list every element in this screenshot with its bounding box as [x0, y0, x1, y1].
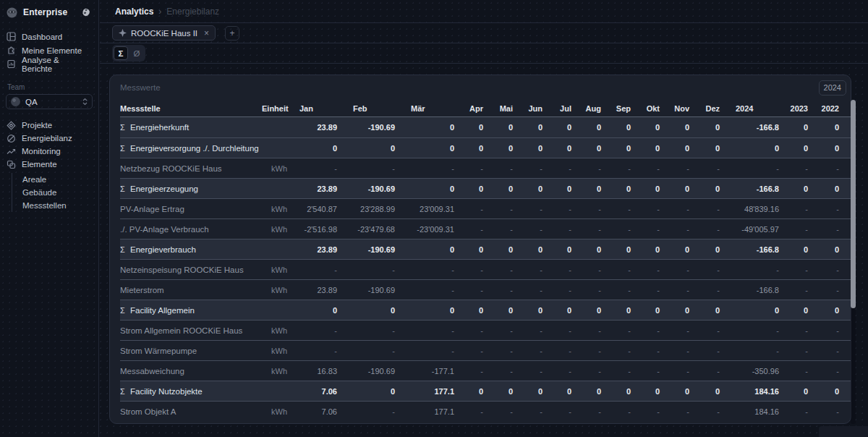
- row-label: Messabweichung: [120, 367, 262, 376]
- row-label: ΣEnergieverbrauch: [120, 245, 262, 254]
- table-row[interactable]: ./. PV-Anlage VerbrauchkWh-2'516.98-23'4…: [120, 218, 851, 239]
- tab-roockie-haus-ii[interactable]: ROOCKiE Haus II ×: [112, 25, 216, 41]
- cell-value: -: [456, 266, 485, 274]
- cell-value: 0: [632, 245, 661, 254]
- cell-value: 0: [603, 306, 632, 315]
- cell-value: -: [809, 367, 841, 376]
- horizontal-scrollbar-thumb[interactable]: [819, 426, 868, 437]
- sidebar-item-gebaeude[interactable]: Gebäude: [22, 186, 98, 199]
- cell-value: -: [485, 407, 514, 416]
- cell-value: 0: [339, 387, 396, 396]
- cell-value: 23'288.99: [339, 205, 396, 213]
- cell-value: -: [780, 407, 809, 416]
- cell-value: 0: [297, 144, 339, 153]
- vertical-scrollbar-thumb[interactable]: [851, 100, 856, 308]
- table-row[interactable]: ΣEnergieversorgung ./. Durchleitung00000…: [120, 137, 851, 158]
- cell-value: 0: [456, 123, 485, 132]
- team-select[interactable]: QA: [6, 94, 93, 109]
- table-row[interactable]: ΣFacility Allgemein000000000000000: [120, 300, 851, 320]
- row-unit: kWh: [262, 367, 297, 376]
- brand-name: Enterprise: [23, 7, 67, 17]
- cell-value: 0: [780, 123, 809, 132]
- cell-value: 0: [396, 144, 456, 153]
- table-row[interactable]: Strom WärmepumpekWh---------------: [120, 340, 851, 360]
- cell-value: -: [485, 205, 514, 213]
- cell-value: 0: [396, 123, 456, 132]
- sidebar-item-monitoring[interactable]: Monitoring: [0, 145, 98, 158]
- average-toggle-button[interactable]: Ø: [129, 46, 144, 60]
- sidebar-item-messstellen[interactable]: Messstellen: [22, 199, 98, 212]
- cell-value: -: [485, 286, 514, 294]
- column-header-jun: Jun: [514, 104, 544, 113]
- sum-toggle-button[interactable]: Σ: [114, 46, 128, 60]
- close-icon[interactable]: ×: [204, 28, 209, 38]
- cell-value: -: [339, 326, 396, 335]
- cell-value: 0: [339, 306, 396, 315]
- table-row[interactable]: ΣFacility Nutzobjekte7.060177.1000000000…: [120, 381, 851, 401]
- table-row[interactable]: ΣEnergieerzeugung23.89-190.690000000000-…: [120, 178, 851, 198]
- cell-value: -: [514, 326, 544, 335]
- enterprise-logo-icon: [7, 7, 17, 18]
- column-header-2023: 2023: [780, 104, 809, 113]
- row-label: PV-Anlage Ertrag: [120, 205, 262, 213]
- cell-value: -: [339, 164, 396, 173]
- main-area: Analytics › Energiebilanz ROOCKiE Haus I…: [100, 0, 868, 437]
- table-row[interactable]: Strom Objekt AkWh7.06-177.1---------184.…: [120, 401, 851, 421]
- cell-value: -: [661, 286, 691, 294]
- table-row[interactable]: Netzbezug ROOCKiE HauskWh---------------: [120, 158, 851, 178]
- vertical-scrollbar-track[interactable]: [851, 100, 856, 424]
- cell-value: -: [339, 407, 396, 416]
- table-row[interactable]: ΣEnergieherkunft23.89-190.690000000000-1…: [120, 117, 851, 137]
- table-row[interactable]: MieterstromkWh23.89-190.69-----------166…: [120, 279, 851, 300]
- cell-value: -: [297, 164, 339, 173]
- breadcrumb-analytics[interactable]: Analytics: [115, 7, 153, 17]
- cell-value: -: [780, 326, 809, 335]
- brand: Enterprise: [0, 6, 98, 19]
- cell-value: -: [691, 347, 721, 355]
- cell-value: -: [573, 407, 603, 416]
- cell-value: -: [573, 205, 603, 213]
- cell-value: -: [661, 367, 691, 376]
- table-row[interactable]: PV-Anlage ErtragkWh2'540.8723'288.9923'0…: [120, 198, 851, 218]
- cell-value: 0: [396, 245, 456, 254]
- sidebar-item-areale[interactable]: Areale: [22, 173, 98, 186]
- sigma-icon: Σ: [120, 245, 130, 254]
- cell-value: -: [456, 286, 485, 294]
- cell-value: -: [297, 347, 339, 355]
- sidebar-item-dashboard[interactable]: Dashboard: [0, 30, 98, 43]
- cell-value: 0: [780, 245, 809, 254]
- cell-value: 0: [573, 387, 603, 396]
- table-row[interactable]: ΣEnergieverbrauch23.89-190.690000000000-…: [120, 239, 851, 259]
- table-row[interactable]: Netzeinspeisung ROOCKiE HauskWh---------…: [120, 259, 851, 279]
- puzzle-icon: [7, 46, 16, 55]
- cell-value: 0: [780, 184, 809, 193]
- cell-value: -: [456, 205, 485, 213]
- cell-value: 0: [485, 387, 514, 396]
- sidebar-item-energiebilanz[interactable]: Energiebilanz: [0, 132, 98, 145]
- sidebar-item-label: Projekte: [22, 121, 52, 130]
- sidebar-item-projekte[interactable]: Projekte: [0, 119, 98, 132]
- cell-value: -2'516.98: [297, 225, 339, 234]
- cell-value: -: [661, 326, 691, 335]
- hand-sticker-icon[interactable]: [80, 7, 92, 18]
- sidebar-item-elemente[interactable]: Elemente: [0, 158, 98, 171]
- year-button[interactable]: 2024: [819, 80, 846, 96]
- cell-value: -: [721, 266, 780, 274]
- row-label: Netzeinspeisung ROOCKiE Haus: [120, 266, 262, 274]
- cell-value: 0: [456, 144, 485, 153]
- cell-value: 0: [514, 387, 544, 396]
- sigma-icon: Σ: [120, 144, 130, 153]
- cell-value: 0: [514, 123, 544, 132]
- cell-value: -: [456, 407, 485, 416]
- cell-value: -: [603, 205, 632, 213]
- cell-value: -: [809, 266, 841, 274]
- cell-value: 0: [721, 144, 780, 153]
- table-row[interactable]: Strom Allgemein ROOCKiE HauskWh---------…: [120, 320, 851, 340]
- cell-value: 0: [661, 184, 691, 193]
- cell-value: -: [485, 347, 514, 355]
- table-row[interactable]: MessabweichungkWh16.83-190.69-177.1-----…: [120, 360, 851, 381]
- trend-icon: [7, 147, 16, 156]
- cell-value: 7.06: [297, 387, 339, 396]
- sidebar-item-analyse-berichte[interactable]: Analyse & Berichte: [0, 57, 98, 71]
- add-tab-button[interactable]: +: [225, 26, 239, 41]
